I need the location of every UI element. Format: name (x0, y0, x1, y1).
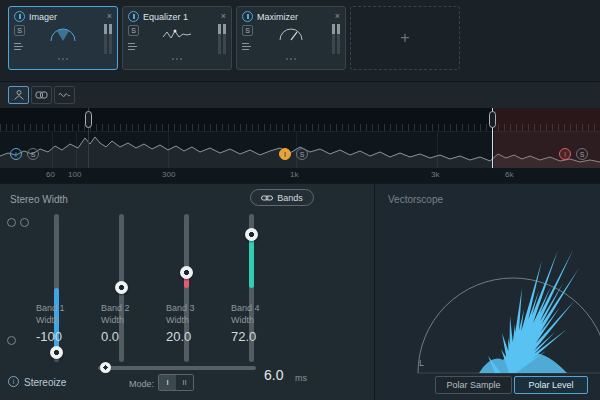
vectorscope-title: Vectorscope (388, 194, 443, 205)
crossover-handle-1[interactable] (85, 111, 92, 128)
menu-icon[interactable] (128, 42, 138, 51)
delay-value[interactable]: 6.0 (264, 367, 283, 383)
close-icon[interactable]: × (221, 12, 226, 21)
stereo-width-panel: Stereo Width Bands Band 1 Width -100 Ban… (0, 184, 375, 400)
solo-button[interactable]: S (242, 25, 253, 36)
solo-button[interactable]: S (14, 25, 25, 36)
freq-label: 100 (68, 170, 81, 179)
ozone-imager-window: Imager × S Equalizer 1 × S (0, 0, 600, 400)
band-4-width-handle[interactable] (245, 228, 258, 241)
vectorscope-panel: Vectorscope L Polar Sample Polar Level (375, 184, 600, 400)
module-card-imager[interactable]: Imager × S (8, 6, 118, 70)
tool-button-wave[interactable] (54, 86, 75, 104)
tool-button-shapes[interactable] (31, 86, 52, 104)
freq-label: 60 (46, 170, 55, 179)
stereoize-label[interactable]: Stereoize (24, 377, 66, 388)
power-icon[interactable] (14, 11, 25, 22)
equalizer-module-icon (162, 27, 192, 42)
band-3-param: Width (166, 314, 228, 326)
freq-label: 6k (505, 170, 513, 179)
band-4-mute-button[interactable]: I (559, 148, 571, 160)
band-1-width-handle[interactable] (50, 346, 63, 359)
bands-button[interactable]: Bands (250, 189, 314, 206)
crossover-handle-2[interactable] (489, 111, 496, 128)
close-icon[interactable]: × (107, 12, 112, 21)
toggle-circle-1[interactable] (7, 218, 16, 227)
solo-button[interactable]: S (128, 25, 139, 36)
band-4-width-fill (249, 235, 254, 288)
band-2-value[interactable]: 0.0 (101, 329, 163, 344)
channel-left-label: L (419, 358, 424, 368)
level-meters (218, 24, 226, 54)
link-icon (261, 194, 273, 202)
imager-module-icon (48, 27, 78, 43)
stereoize-mode-switch: I II (158, 374, 194, 391)
add-module-button[interactable]: + (350, 6, 460, 70)
stereoize-amount-slider[interactable] (98, 366, 256, 370)
band-3-mute-button[interactable]: I (279, 148, 291, 160)
power-icon[interactable] (128, 11, 139, 22)
band-2-width-handle[interactable] (115, 281, 128, 294)
band-2-label: Band 2 (101, 302, 163, 314)
close-icon[interactable]: × (335, 12, 340, 21)
polar-level-button[interactable]: Polar Level (514, 376, 588, 394)
band-3-label: Band 3 (166, 302, 228, 314)
spectrum-display: I S I S I S 60 100 300 1k 3k 6k (0, 108, 600, 184)
info-icon[interactable]: i (8, 376, 19, 387)
level-meters (332, 24, 340, 54)
band-4-value[interactable]: 72.0 (231, 329, 293, 344)
band-1-mute-button[interactable]: I (10, 148, 22, 160)
shapes-icon (35, 89, 48, 101)
toggle-circle-3[interactable] (7, 336, 16, 345)
freq-label: 300 (162, 170, 175, 179)
band-1-param: Width (36, 314, 98, 326)
bands-button-label: Bands (277, 193, 303, 203)
level-meters (104, 24, 112, 54)
drag-grip-icon[interactable] (58, 58, 60, 60)
display-toolbar (0, 83, 600, 108)
wave-icon (58, 89, 71, 101)
module-title: Imager (29, 12, 103, 22)
power-icon[interactable] (242, 11, 253, 22)
menu-icon[interactable] (242, 42, 252, 51)
band-3-value[interactable]: 20.0 (166, 329, 228, 344)
menu-icon[interactable] (14, 42, 24, 51)
band-4-param: Width (231, 314, 293, 326)
panel-title: Stereo Width (10, 194, 68, 205)
vectorscope-display (375, 184, 600, 400)
drag-grip-icon[interactable] (286, 58, 288, 60)
delay-unit: ms (295, 373, 307, 383)
plus-icon: + (400, 29, 409, 47)
freq-label: 3k (431, 170, 439, 179)
polar-sample-button[interactable]: Polar Sample (435, 376, 512, 394)
band-1-solo-button[interactable]: S (27, 148, 39, 160)
module-card-equalizer[interactable]: Equalizer 1 × S (122, 6, 232, 70)
band-1-value[interactable]: -100 (36, 329, 98, 344)
stereoize-amount-handle[interactable] (100, 362, 111, 373)
band-3-width-handle[interactable] (180, 266, 193, 279)
mode-2-button[interactable]: II (176, 375, 193, 390)
band-4-label: Band 4 (231, 302, 293, 314)
tool-button-figure[interactable] (8, 86, 29, 104)
module-card-maximizer[interactable]: Maximizer × S (236, 6, 346, 70)
module-title: Equalizer 1 (143, 12, 217, 22)
module-chain: Imager × S Equalizer 1 × S (0, 0, 600, 82)
band-1-label: Band 1 (36, 302, 98, 314)
band-3-solo-button[interactable]: S (296, 148, 308, 160)
band-4-solo-button[interactable]: S (576, 148, 588, 160)
module-title: Maximizer (257, 12, 331, 22)
maximizer-module-icon (277, 27, 305, 42)
band-2-param: Width (101, 314, 163, 326)
mode-label: Mode: (129, 379, 154, 389)
mode-1-button[interactable]: I (159, 375, 176, 390)
figure-icon (13, 89, 25, 101)
toggle-circle-2[interactable] (20, 218, 29, 227)
freq-label: 1k (290, 170, 298, 179)
drag-grip-icon[interactable] (172, 58, 174, 60)
